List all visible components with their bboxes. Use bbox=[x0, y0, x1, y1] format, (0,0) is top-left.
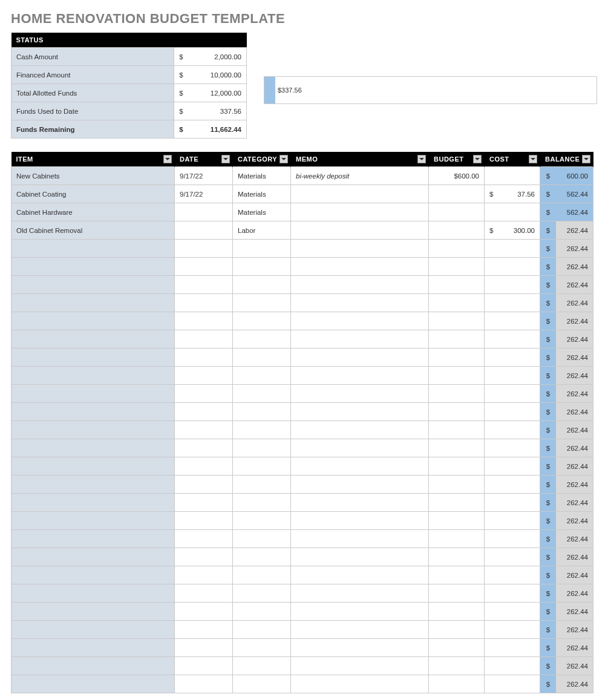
cell-budget[interactable] bbox=[429, 584, 485, 603]
cell-item[interactable] bbox=[11, 421, 175, 439]
cell-item[interactable] bbox=[11, 385, 175, 403]
cell-category[interactable]: Materials bbox=[233, 203, 291, 221]
cell-memo[interactable] bbox=[291, 675, 429, 693]
cell-balance[interactable]: $262.44 bbox=[540, 639, 593, 657]
cell-category[interactable] bbox=[233, 421, 291, 439]
cell-cost[interactable] bbox=[485, 639, 540, 657]
col-balance[interactable]: BALANCE bbox=[540, 152, 593, 167]
cell-category[interactable] bbox=[233, 476, 291, 494]
cell-budget[interactable] bbox=[429, 367, 485, 385]
cell-category[interactable] bbox=[233, 367, 291, 385]
cell-budget[interactable] bbox=[429, 566, 485, 584]
cell-item[interactable] bbox=[11, 494, 175, 512]
cell-category[interactable] bbox=[233, 639, 291, 657]
status-label[interactable]: Financed Amount bbox=[11, 66, 174, 84]
cell-cost[interactable] bbox=[485, 439, 540, 457]
cell-balance[interactable]: $262.44 bbox=[540, 530, 593, 548]
cell-item[interactable] bbox=[11, 621, 175, 639]
cell-cost[interactable] bbox=[485, 367, 540, 385]
cell-balance[interactable]: $262.44 bbox=[540, 348, 593, 367]
cell-date[interactable] bbox=[175, 348, 233, 367]
cell-balance[interactable]: $262.44 bbox=[540, 657, 593, 675]
cell-cost[interactable] bbox=[485, 621, 540, 639]
col-budget[interactable]: BUDGET bbox=[429, 152, 485, 167]
cell-item[interactable] bbox=[11, 457, 175, 476]
cell-item[interactable] bbox=[11, 258, 175, 276]
cell-category[interactable] bbox=[233, 330, 291, 348]
cell-item[interactable] bbox=[11, 675, 175, 693]
cell-item[interactable] bbox=[11, 330, 175, 348]
status-label[interactable]: Cash Amount bbox=[11, 48, 174, 66]
cell-item[interactable] bbox=[11, 439, 175, 457]
cell-date[interactable] bbox=[175, 675, 233, 693]
cell-category[interactable] bbox=[233, 258, 291, 276]
cell-category[interactable] bbox=[233, 566, 291, 584]
cell-memo[interactable] bbox=[291, 603, 429, 621]
cell-cost[interactable] bbox=[485, 203, 540, 221]
cell-date[interactable] bbox=[175, 312, 233, 330]
cell-cost[interactable] bbox=[485, 167, 540, 185]
cell-date[interactable] bbox=[175, 385, 233, 403]
cell-budget[interactable] bbox=[429, 403, 485, 421]
cell-memo[interactable] bbox=[291, 385, 429, 403]
cell-cost[interactable] bbox=[485, 348, 540, 367]
cell-balance[interactable]: $262.44 bbox=[540, 385, 593, 403]
cell-memo[interactable] bbox=[291, 276, 429, 294]
cell-budget[interactable] bbox=[429, 439, 485, 457]
cell-date[interactable] bbox=[175, 494, 233, 512]
cell-date[interactable] bbox=[175, 548, 233, 566]
cell-cost[interactable] bbox=[485, 566, 540, 584]
cell-item[interactable] bbox=[11, 530, 175, 548]
cell-memo[interactable] bbox=[291, 548, 429, 566]
cell-cost[interactable] bbox=[485, 330, 540, 348]
cell-item[interactable] bbox=[11, 512, 175, 530]
cell-cost[interactable] bbox=[485, 258, 540, 276]
cell-item[interactable] bbox=[11, 476, 175, 494]
cell-memo[interactable] bbox=[291, 294, 429, 312]
cell-date[interactable] bbox=[175, 276, 233, 294]
cell-item[interactable] bbox=[11, 603, 175, 621]
cell-cost[interactable] bbox=[485, 294, 540, 312]
cell-budget[interactable] bbox=[429, 385, 485, 403]
cell-cost[interactable] bbox=[485, 603, 540, 621]
cell-category[interactable] bbox=[233, 675, 291, 693]
cell-memo[interactable] bbox=[291, 639, 429, 657]
cell-budget[interactable] bbox=[429, 548, 485, 566]
cell-balance[interactable]: $262.44 bbox=[540, 421, 593, 439]
cell-date[interactable] bbox=[175, 367, 233, 385]
cell-category[interactable] bbox=[233, 584, 291, 603]
status-value[interactable]: $11,662.44 bbox=[174, 120, 247, 139]
cell-category[interactable] bbox=[233, 294, 291, 312]
cell-budget[interactable] bbox=[429, 657, 485, 675]
cell-category[interactable]: Labor bbox=[233, 221, 291, 240]
cell-item[interactable] bbox=[11, 584, 175, 603]
cell-balance[interactable]: $262.44 bbox=[540, 367, 593, 385]
cell-item[interactable] bbox=[11, 276, 175, 294]
cell-budget[interactable] bbox=[429, 348, 485, 367]
cell-date[interactable] bbox=[175, 403, 233, 421]
cell-balance[interactable]: $262.44 bbox=[540, 494, 593, 512]
cell-budget[interactable]: $600.00 bbox=[429, 167, 485, 185]
cell-category[interactable] bbox=[233, 276, 291, 294]
cell-memo[interactable] bbox=[291, 566, 429, 584]
cell-cost[interactable] bbox=[485, 240, 540, 258]
cell-date[interactable] bbox=[175, 530, 233, 548]
cell-memo[interactable] bbox=[291, 203, 429, 221]
cell-category[interactable] bbox=[233, 548, 291, 566]
cell-category[interactable] bbox=[233, 530, 291, 548]
cell-balance[interactable]: $262.44 bbox=[540, 439, 593, 457]
cell-cost[interactable] bbox=[485, 512, 540, 530]
cell-balance[interactable]: $262.44 bbox=[540, 457, 593, 476]
cell-memo[interactable] bbox=[291, 258, 429, 276]
cell-budget[interactable] bbox=[429, 276, 485, 294]
cell-budget[interactable] bbox=[429, 675, 485, 693]
cell-balance[interactable]: $262.44 bbox=[540, 476, 593, 494]
cell-date[interactable]: 9/17/22 bbox=[175, 185, 233, 203]
cell-memo[interactable] bbox=[291, 403, 429, 421]
cell-balance[interactable]: $262.44 bbox=[540, 258, 593, 276]
cell-budget[interactable] bbox=[429, 603, 485, 621]
cell-cost[interactable]: $300.00 bbox=[485, 221, 540, 240]
filter-icon[interactable] bbox=[163, 155, 172, 163]
cell-item[interactable]: Cabinet Coating bbox=[11, 185, 175, 203]
cell-balance[interactable]: $262.44 bbox=[540, 276, 593, 294]
